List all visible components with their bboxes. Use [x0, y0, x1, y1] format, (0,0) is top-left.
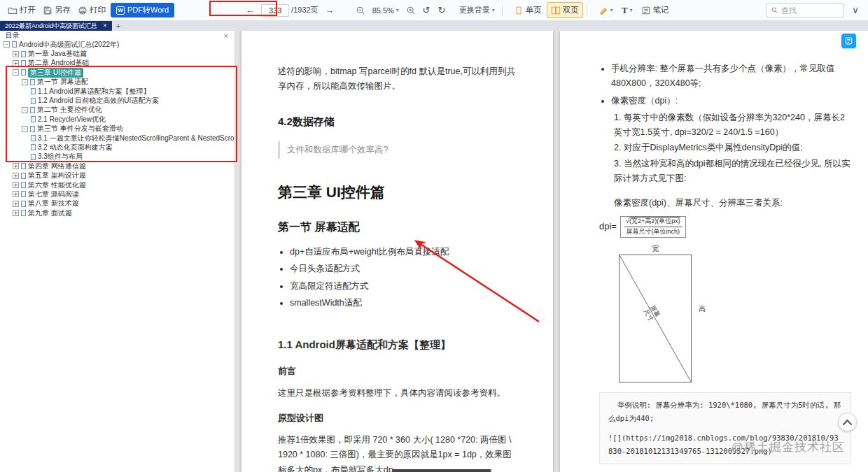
toolbar-divider: [587, 5, 587, 16]
formula-denominator: 屏幕尺寸(单位inch): [626, 227, 680, 236]
new-tab-button[interactable]: +: [112, 21, 125, 31]
tree-toggle-icon[interactable]: +: [13, 51, 19, 57]
toc-item[interactable]: - 第三章 UI控件篇: [0, 68, 234, 77]
toc-item-label: 1.2 Android 目前稳定高效的UI适配方案: [38, 96, 159, 105]
tree-toggle-icon[interactable]: +: [13, 173, 19, 179]
search-icon: [771, 6, 778, 14]
toc-item-label: 第九章 面试篇: [28, 208, 72, 217]
change-background-label: 更换背景: [459, 5, 490, 15]
toc-item[interactable]: 1.1 Android屏幕适配和方案【整理】: [0, 87, 234, 96]
relation-text: 像素密度(dpi)、屏幕尺寸、分辨率三者关系:: [599, 196, 851, 210]
print-label: 打印: [90, 5, 106, 15]
dpi-sublist: 1. 每英寸中的像素数（假如设备分辨率为320*240，屏幕长2英寸宽1.5英寸…: [599, 110, 851, 186]
toc-item[interactable]: - 第三节 事件分发与嵌套滑动: [0, 124, 234, 134]
toolbar-collapse-button[interactable]: ∨: [848, 3, 862, 18]
toc-item[interactable]: - 第一节 屏幕适配: [0, 78, 234, 87]
zoom-out-button[interactable]: [354, 3, 368, 18]
horizontal-scrollbar-thumb[interactable]: [392, 469, 491, 472]
page-number-input[interactable]: [261, 4, 289, 17]
list-item: dp+自适应布局+weight比例布局直接适配: [290, 245, 517, 259]
pdf-to-word-button[interactable]: W PDF转Word: [111, 3, 174, 17]
preface-text: 这里只是根据参考资料整理下，具体内容请阅读参考资料。: [278, 386, 517, 401]
search-box[interactable]: [766, 3, 844, 17]
zoom-level-select[interactable]: 85.5% ▾: [369, 5, 402, 16]
toc-item[interactable]: 2.1 RecyclerView优化: [0, 115, 234, 124]
toc-item[interactable]: + 第八章 新技术篇: [0, 199, 234, 208]
toc-item[interactable]: + 第一章 Java基础篇: [0, 49, 234, 58]
text-tool-button[interactable]: T ▾: [618, 3, 636, 18]
sidebar-close-icon[interactable]: ×: [224, 32, 228, 40]
prototype-heading: 原型设计图: [278, 410, 517, 426]
next-page-button[interactable]: →: [323, 3, 337, 18]
toc-item[interactable]: + 第七章 源码阅读: [0, 189, 234, 199]
word-icon: W: [116, 6, 125, 15]
document-tab[interactable]: 2022最新Android中高级面试汇总 ×: [0, 21, 112, 31]
redo-button[interactable]: ↻: [435, 3, 449, 18]
quote-block: 文件和数据库哪个效率高?: [278, 141, 517, 159]
single-page-icon: [514, 6, 524, 15]
toc-item[interactable]: 3.2 动态化页面构建方案: [0, 143, 234, 152]
zoom-in-button[interactable]: [404, 3, 418, 18]
highlighter-tool-button[interactable]: ▾: [595, 3, 617, 17]
zoom-level-value: 85.5%: [372, 6, 394, 15]
print-button[interactable]: 打印: [74, 3, 109, 17]
search-input[interactable]: [781, 6, 839, 15]
save-as-button[interactable]: 另存: [39, 3, 74, 17]
sidebar-title: 目录: [6, 31, 20, 41]
toc-item[interactable]: + 第二章 Android基础: [0, 59, 234, 68]
example-text: 举例说明: 屏幕分辨率为: 1920\*1080, 屏幕尺寸为5吋的话, 那么d…: [608, 399, 842, 425]
toc-item[interactable]: - 第二节 主要控件优化: [0, 106, 234, 115]
tree-toggle-icon[interactable]: -: [22, 79, 28, 85]
numbered-line: 3. 当然这种宽和高的dpi都相同的情况现在已经很少见, 所以实际计算方式见下图…: [599, 157, 851, 187]
tree-toggle-icon[interactable]: +: [13, 201, 19, 207]
single-page-button[interactable]: 单页: [510, 3, 545, 17]
undo-button[interactable]: ↺: [419, 3, 433, 18]
tree-toggle-icon[interactable]: +: [13, 60, 19, 66]
note-button[interactable]: 笔记: [638, 3, 673, 17]
toc-item-label: 第七章 源码阅读: [28, 189, 79, 199]
prev-page-button[interactable]: ←: [243, 3, 257, 18]
toc-item-label: 第二节 主要控件优化: [37, 106, 102, 115]
open-button[interactable]: 打开: [4, 3, 39, 17]
toc-item[interactable]: + 第四章 网络通信篇: [0, 162, 234, 171]
list-item: 今日头条适配方式: [290, 262, 517, 276]
prototype-text: 推荐1倍效果图，即采用 720 * 360 大小( 1280 *720: 两倍图…: [278, 433, 517, 472]
page-total-label: /1932页: [291, 5, 318, 15]
toc-item-label: Android中高级面试汇总(2022年): [19, 40, 119, 49]
tree-toggle-icon[interactable]: +: [13, 210, 19, 216]
toc-item-label: 3.3组件与布局: [38, 152, 83, 162]
numbered-line: 1. 每英寸中的像素数（假如设备分辨率为320*240，屏幕长2英寸宽1.5英寸…: [599, 110, 851, 141]
tab-close-icon[interactable]: ×: [103, 22, 107, 29]
tree-toggle-icon[interactable]: +: [13, 182, 19, 188]
text-tool-icon: T: [622, 5, 628, 16]
save-as-label: 另存: [55, 5, 71, 15]
change-background-select[interactable]: 更换背景 ▾: [456, 3, 498, 17]
tree-toggle-icon[interactable]: -: [4, 41, 10, 48]
toc-item-label: 第二章 Android基础: [28, 59, 89, 68]
main-area: 目录 × - Android中高级面试汇总(2022年) + 第一章 Java基…: [0, 31, 868, 472]
toc-item[interactable]: + 第五章 架构设计篇: [0, 171, 234, 180]
document-viewport[interactable]: 述符的影响，bitmap 写parcel时的fd 默认是true,可以利用到共享…: [235, 31, 868, 472]
toc-item[interactable]: 3.1 一篇文章让你轻松弄懂NestedScrollingParent & Ne…: [0, 134, 234, 143]
toc-item[interactable]: - Android中高级面试汇总(2022年): [0, 40, 234, 49]
toc-item[interactable]: + 第六章 性能优化篇: [0, 180, 234, 189]
tree-toggle-icon[interactable]: -: [22, 107, 28, 113]
document-icon: [30, 126, 35, 132]
toc-item-label: 1.1 Android屏幕适配和方案【整理】: [38, 87, 150, 96]
highlighter-icon: [598, 6, 608, 15]
tab-bar: 2022最新Android中高级面试汇总 × +: [0, 21, 868, 31]
toc-item-label: 第三节 事件分发与嵌套滑动: [37, 124, 123, 134]
tree-toggle-icon[interactable]: -: [13, 69, 19, 76]
toc-item[interactable]: 3.3组件与布局: [0, 152, 234, 162]
tree-toggle-icon[interactable]: +: [13, 163, 19, 169]
page-indicator: /1932页: [261, 4, 318, 17]
notes-fab[interactable]: [841, 34, 856, 48]
scroll-to-top-button[interactable]: [838, 413, 857, 431]
toc-item[interactable]: 1.2 Android 目前稳定高效的UI适配方案: [0, 96, 234, 105]
double-page-button[interactable]: 双页: [547, 2, 583, 18]
tree-toggle-icon[interactable]: -: [22, 126, 28, 132]
tree-toggle-icon[interactable]: +: [13, 191, 19, 197]
toc-item[interactable]: + 第九章 面试篇: [0, 208, 234, 217]
toolbar-divider: [502, 5, 503, 16]
search-area: ∨: [766, 3, 864, 18]
